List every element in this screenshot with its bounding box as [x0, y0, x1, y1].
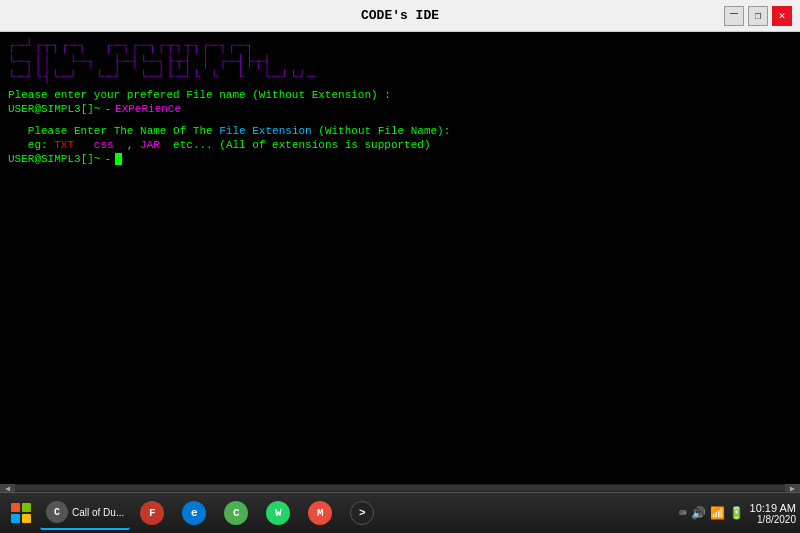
prompt-at-1: @	[34, 103, 41, 115]
battery-icon: 🔋	[729, 506, 744, 521]
keyboard-icon: ⌨	[679, 506, 686, 521]
close-button[interactable]: ✕	[772, 6, 792, 26]
prompt-host-1: SIMPL3	[41, 103, 81, 115]
volume-icon[interactable]: 🔊	[691, 506, 706, 521]
ext-prompt-text: Please Enter The Name Of The	[28, 125, 213, 137]
chrome-icon: C	[224, 501, 248, 525]
prompt-line-2: USER @ SIMPL3 [] ~ -	[8, 153, 792, 165]
windows-logo	[11, 503, 31, 523]
prompt-user-1: USER	[8, 103, 34, 115]
prompt-host-2: SIMPL3	[41, 153, 81, 165]
ascii-line-1: ┌─┘┌┬┐┌─┐ ┌─┐┌─┐┌┬┐┬┐┌─┐┌─┐	[8, 38, 792, 54]
ascii-line-2: └─┐││ └─┐ ├─┤└─┐├┬┤ │ ┌─┤├┬┤	[8, 54, 792, 70]
ext-prompt-line: Please Enter The Name Of The File Extens…	[8, 125, 792, 137]
horizontal-scrollbar: ◀ ▶	[0, 484, 800, 492]
taskbar-app-maps[interactable]: M	[300, 496, 340, 530]
minimize-button[interactable]: —	[724, 6, 744, 26]
cod-label: Call of Du...	[72, 507, 124, 518]
eg-css: css	[94, 139, 114, 151]
info-line-1: Please enter your prefered File name (Wi…	[8, 89, 792, 101]
ext-highlight-text: File Extension	[219, 125, 311, 137]
prompt-arrow-1: ~	[94, 103, 101, 115]
taskbar-app-filezilla[interactable]: F	[132, 496, 172, 530]
ext-prompt-rest: (Without File Name):	[318, 125, 450, 137]
taskbar-app-whatsapp[interactable]: W	[258, 496, 298, 530]
taskbar-app-edge[interactable]: e	[174, 496, 214, 530]
prompt-separator-2: -	[104, 153, 111, 165]
prompt-arrow-2: ~	[94, 153, 101, 165]
cod-icon: C	[46, 501, 68, 523]
prompt-at-2: @	[34, 153, 41, 165]
terminal-cursor	[115, 153, 122, 165]
system-icons: ⌨ 🔊 📶 🔋	[679, 506, 743, 521]
prompt-bracket-2: []	[81, 153, 94, 165]
ascii-line-3: └─┘└┤└─┘ └─┘ └─┘└─┘└ └ └ └─┘└┘─	[8, 69, 792, 85]
taskbar-app-terminal[interactable]: >	[342, 496, 382, 530]
prompt-bracket-1: []	[81, 103, 94, 115]
eg-txt: TXT	[54, 139, 74, 151]
window-title: CODE's IDE	[88, 8, 712, 23]
title-bar: CODE's IDE — ❐ ✕	[0, 0, 800, 32]
edge-icon: e	[182, 501, 206, 525]
notification-area: ⌨ 🔊 📶 🔋 10:19 AM 1/8/2020	[679, 502, 796, 525]
scroll-left-arrow[interactable]: ◀	[0, 484, 15, 492]
maps-icon: M	[308, 501, 332, 525]
prompt-line-1: USER @ SIMPL3 [] ~ - EXPeRienCe	[8, 103, 792, 115]
clock-time: 10:19 AM	[750, 502, 796, 514]
window-controls: — ❐ ✕	[712, 6, 792, 26]
ascii-art-title: ┌─┘┌┬┐┌─┐ ┌─┐┌─┐┌┬┐┬┐┌─┐┌─┐ └─┐││ └─┐ ├─…	[8, 38, 792, 85]
scroll-right-arrow[interactable]: ▶	[785, 484, 800, 492]
restore-button[interactable]: ❐	[748, 6, 768, 26]
eg-rest: etc... (All of extensions is supported)	[173, 139, 430, 151]
spacer-1	[8, 117, 792, 123]
eg-line: eg: TXT css , JAR etc... (All of extensi…	[8, 139, 792, 151]
network-icon[interactable]: 📶	[710, 506, 725, 521]
taskbar: C Call of Du... F e C W M > ⌨	[0, 492, 800, 533]
terminal-window[interactable]: ┌─┘┌┬┐┌─┐ ┌─┐┌─┐┌┬┐┬┐┌─┐┌─┐ └─┐││ └─┐ ├─…	[0, 32, 800, 492]
terminal-icon: >	[350, 501, 374, 525]
prompt-user-2: USER	[8, 153, 34, 165]
filezilla-icon: F	[140, 501, 164, 525]
prompt-separator-1: -	[104, 103, 111, 115]
clock-date: 1/8/2020	[750, 514, 796, 525]
clock[interactable]: 10:19 AM 1/8/2020	[750, 502, 796, 525]
taskbar-app-cod[interactable]: C Call of Du...	[40, 496, 130, 530]
eg-jar: JAR	[140, 139, 160, 151]
scrollbar-track[interactable]	[15, 485, 784, 491]
whatsapp-icon: W	[266, 501, 290, 525]
taskbar-apps: C Call of Du... F e C W M >	[40, 496, 382, 530]
start-button[interactable]	[4, 496, 38, 530]
taskbar-app-chrome[interactable]: C	[216, 496, 256, 530]
input-filename: EXPeRienCe	[115, 103, 181, 115]
